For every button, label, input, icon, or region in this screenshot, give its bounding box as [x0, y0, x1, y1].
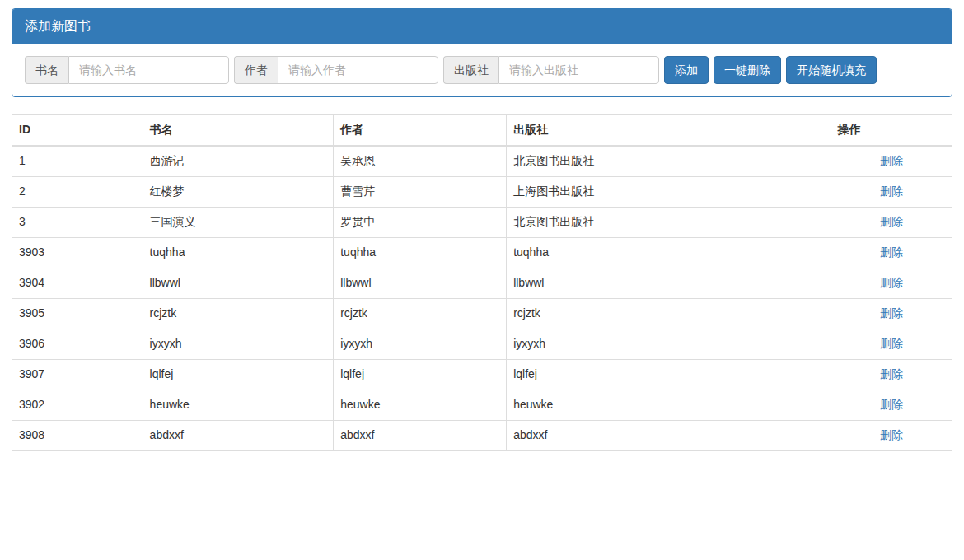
cell-id: 1	[12, 146, 143, 176]
book-name-group: 书名	[25, 56, 229, 84]
cell-author: 罗贯中	[334, 208, 507, 238]
cell-actions: 删除	[831, 146, 952, 176]
delete-link[interactable]: 删除	[880, 398, 903, 411]
author-label: 作者	[234, 56, 278, 84]
add-book-form: 书名 作者 出版社 添加 一键删除 开始随机填充	[12, 44, 952, 96]
cell-publisher: heuwke	[507, 390, 831, 421]
header-publisher: 出版社	[507, 115, 831, 146]
table-row: 3902 heuwke heuwke heuwke 删除	[12, 390, 952, 421]
cell-actions: 删除	[831, 299, 952, 329]
cell-publisher: tuqhha	[507, 238, 831, 268]
cell-id: 3904	[12, 268, 143, 299]
cell-author: iyxyxh	[334, 329, 507, 360]
table-row: 3908 abdxxf abdxxf abdxxf 删除	[12, 421, 952, 451]
table-row: 3904 llbwwl llbwwl llbwwl 删除	[12, 268, 952, 299]
cell-author: heuwke	[334, 390, 507, 421]
panel-title: 添加新图书	[25, 19, 91, 33]
books-table: ID 书名 作者 出版社 操作 1 西游记 吴承恩 北京图书出版社 删除 2 红…	[12, 114, 952, 451]
cell-actions: 删除	[831, 238, 952, 268]
cell-author: abdxxf	[334, 421, 507, 451]
delete-link[interactable]: 删除	[880, 276, 903, 289]
delete-all-button[interactable]: 一键删除	[714, 56, 781, 84]
cell-author: tuqhha	[334, 238, 507, 268]
cell-publisher: rcjztk	[507, 299, 831, 329]
cell-actions: 删除	[831, 208, 952, 238]
header-id: ID	[12, 115, 143, 146]
cell-id: 3905	[12, 299, 143, 329]
cell-publisher: lqlfej	[507, 360, 831, 390]
cell-id: 3908	[12, 421, 143, 451]
cell-actions: 删除	[831, 268, 952, 299]
cell-author: 吴承恩	[334, 146, 507, 176]
table-row: 1 西游记 吴承恩 北京图书出版社 删除	[12, 146, 952, 176]
cell-author: 曹雪芹	[334, 177, 507, 208]
table-row: 3907 lqlfej lqlfej lqlfej 删除	[12, 360, 952, 390]
cell-name: iyxyxh	[143, 329, 334, 360]
cell-name: rcjztk	[143, 299, 334, 329]
cell-name: tuqhha	[143, 238, 334, 268]
add-button[interactable]: 添加	[664, 56, 709, 84]
cell-actions: 删除	[831, 177, 952, 208]
cell-author: lqlfej	[334, 360, 507, 390]
cell-publisher: abdxxf	[507, 421, 831, 451]
table-row: 3 三国演义 罗贯中 北京图书出版社 删除	[12, 208, 952, 238]
cell-id: 2	[12, 177, 143, 208]
table-row: 3905 rcjztk rcjztk rcjztk 删除	[12, 299, 952, 329]
book-name-input[interactable]	[68, 56, 229, 84]
book-name-label: 书名	[25, 56, 68, 84]
delete-link[interactable]: 删除	[880, 245, 903, 259]
cell-publisher: llbwwl	[507, 268, 831, 299]
cell-publisher: 北京图书出版社	[507, 208, 831, 238]
publisher-group: 出版社	[443, 56, 659, 84]
delete-link[interactable]: 删除	[880, 306, 903, 320]
cell-actions: 删除	[831, 329, 952, 360]
cell-id: 3903	[12, 238, 143, 268]
cell-id: 3906	[12, 329, 143, 360]
page: 添加新图书 书名 作者 出版社 添加 一键删除 开始随机填充	[0, 0, 964, 451]
delete-link[interactable]: 删除	[880, 367, 903, 380]
cell-name: abdxxf	[143, 421, 334, 451]
delete-link[interactable]: 删除	[880, 428, 903, 441]
author-group: 作者	[234, 56, 438, 84]
header-actions: 操作	[831, 115, 952, 146]
cell-name: 西游记	[143, 146, 334, 176]
cell-publisher: 上海图书出版社	[507, 177, 831, 208]
cell-actions: 删除	[831, 421, 952, 451]
cell-name: lqlfej	[143, 360, 334, 390]
cell-actions: 删除	[831, 390, 952, 421]
delete-link[interactable]: 删除	[880, 154, 903, 167]
header-author: 作者	[334, 115, 507, 146]
delete-link[interactable]: 删除	[880, 215, 903, 228]
cell-actions: 删除	[831, 360, 952, 390]
cell-id: 3907	[12, 360, 143, 390]
cell-name: llbwwl	[143, 268, 334, 299]
header-name: 书名	[143, 115, 334, 146]
cell-publisher: 北京图书出版社	[507, 146, 831, 176]
delete-link[interactable]: 删除	[880, 337, 903, 350]
panel-header: 添加新图书	[12, 9, 952, 44]
cell-author: rcjztk	[334, 299, 507, 329]
cell-author: llbwwl	[334, 268, 507, 299]
author-input[interactable]	[278, 56, 438, 84]
table-row: 3903 tuqhha tuqhha tuqhha 删除	[12, 238, 952, 268]
cell-name: 红楼梦	[143, 177, 334, 208]
random-fill-button[interactable]: 开始随机填充	[786, 56, 877, 84]
cell-id: 3902	[12, 390, 143, 421]
table-header-row: ID 书名 作者 出版社 操作	[12, 115, 952, 146]
publisher-label: 出版社	[443, 56, 498, 84]
add-book-panel: 添加新图书 书名 作者 出版社 添加 一键删除 开始随机填充	[12, 8, 952, 97]
table-row: 2 红楼梦 曹雪芹 上海图书出版社 删除	[12, 177, 952, 208]
delete-link[interactable]: 删除	[880, 184, 903, 198]
table-row: 3906 iyxyxh iyxyxh iyxyxh 删除	[12, 329, 952, 360]
cell-name: 三国演义	[143, 208, 334, 238]
cell-id: 3	[12, 208, 143, 238]
cell-name: heuwke	[143, 390, 334, 421]
publisher-input[interactable]	[498, 56, 659, 84]
cell-publisher: iyxyxh	[507, 329, 831, 360]
